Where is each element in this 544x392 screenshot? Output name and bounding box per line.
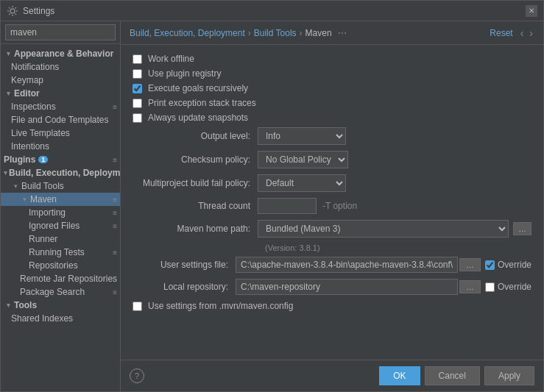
t-option-label: -T option bbox=[322, 201, 357, 211]
settings-content: Work offline Use plugin registry Execute… bbox=[121, 45, 543, 360]
multiproject-fail-control: Default At End Never Fast bbox=[258, 174, 531, 192]
help-button[interactable]: ? bbox=[130, 368, 144, 383]
sidebar-item-build-tools[interactable]: ▾ Build Tools bbox=[1, 179, 120, 193]
output-level-control: Info Debug Warn Error bbox=[258, 127, 531, 145]
sidebar-item-build-execution[interactable]: ▾ Build, Execution, Deployment bbox=[1, 166, 120, 179]
gear-icon: ≡ bbox=[113, 209, 117, 217]
sidebar-item-keymap[interactable]: Keymap bbox=[1, 74, 120, 87]
use-plugin-registry-row: Use plugin registry bbox=[133, 68, 531, 79]
checksum-policy-control: No Global Policy Strict Lax Ignore bbox=[258, 151, 531, 168]
work-offline-row: Work offline bbox=[133, 54, 531, 64]
output-level-select[interactable]: Info Debug Warn Error bbox=[258, 127, 346, 145]
multiproject-fail-label: Multiproject build fail policy: bbox=[133, 178, 258, 188]
print-exceptions-checkbox[interactable] bbox=[133, 99, 142, 108]
sidebar-item-notifications[interactable]: Notifications bbox=[1, 60, 120, 74]
sidebar-item-editor[interactable]: ▾ Editor bbox=[1, 87, 120, 100]
arrow-icon: ▾ bbox=[4, 49, 13, 58]
print-exceptions-label: Print exception stack traces bbox=[148, 98, 256, 108]
user-settings-row: User settings file: … Override bbox=[133, 257, 531, 273]
always-update-checkbox[interactable] bbox=[133, 113, 142, 123]
ok-button[interactable]: OK bbox=[379, 366, 420, 385]
sidebar-item-running-tests[interactable]: Running Tests ≡ bbox=[1, 246, 120, 259]
local-repo-override-label: Override bbox=[498, 282, 531, 292]
thread-count-control: -T option bbox=[258, 198, 531, 214]
nav-forward-button[interactable]: › bbox=[528, 27, 534, 39]
user-settings-input[interactable] bbox=[236, 257, 458, 273]
svg-point-0 bbox=[10, 9, 15, 13]
checksum-policy-select[interactable]: No Global Policy Strict Lax Ignore bbox=[258, 151, 348, 168]
multiproject-fail-select[interactable]: Default At End Never Fast bbox=[258, 174, 346, 192]
cancel-button[interactable]: Cancel bbox=[425, 366, 480, 385]
gear-icon: ≡ bbox=[113, 196, 117, 204]
gear-icon: ≡ bbox=[113, 222, 117, 230]
sidebar-item-intentions[interactable]: Intentions bbox=[1, 140, 120, 153]
sidebar-item-importing[interactable]: Importing ≡ bbox=[1, 206, 120, 219]
user-settings-label: User settings file: bbox=[133, 260, 236, 270]
user-settings-override: Override bbox=[485, 260, 531, 270]
use-mvn-settings-checkbox[interactable] bbox=[133, 302, 142, 311]
user-settings-browse-button[interactable]: … bbox=[459, 258, 481, 271]
use-plugin-registry-label: Use plugin registry bbox=[148, 68, 221, 79]
print-exceptions-row: Print exception stack traces bbox=[133, 98, 531, 108]
sidebar: ▾ Appearance & Behavior Notifications Ke… bbox=[1, 21, 121, 391]
work-offline-label: Work offline bbox=[148, 54, 194, 64]
checksum-policy-label: Checksum policy: bbox=[133, 154, 258, 165]
always-update-label: Always update snapshots bbox=[148, 113, 248, 123]
sidebar-item-plugins[interactable]: Plugins 1 ≡ bbox=[1, 153, 120, 166]
maven-version-text: (Version: 3.8.1) bbox=[133, 243, 531, 252]
arrow-icon: ▾ bbox=[11, 182, 20, 190]
sidebar-item-repositories[interactable]: Repositories bbox=[1, 259, 120, 272]
plugins-badge: 1 bbox=[38, 156, 48, 163]
close-button[interactable]: ✕ bbox=[526, 5, 537, 17]
arrow-icon: ▾ bbox=[20, 195, 29, 204]
nav-back-button[interactable]: ‹ bbox=[519, 27, 526, 39]
sidebar-item-maven[interactable]: ▾ Maven ≡ bbox=[1, 193, 120, 206]
user-settings-override-label: Override bbox=[498, 260, 531, 270]
sidebar-item-live-templates[interactable]: Live Templates bbox=[1, 126, 120, 140]
breadcrumb-more-icon[interactable]: ⋯ bbox=[338, 28, 347, 38]
maven-home-select[interactable]: Bundled (Maven 3) bbox=[258, 220, 509, 238]
sidebar-item-file-code-templates[interactable]: File and Code Templates bbox=[1, 113, 120, 126]
use-plugin-registry-checkbox[interactable] bbox=[133, 69, 142, 79]
output-level-label: Output level: bbox=[133, 131, 258, 141]
local-repo-row: Local repository: … Override bbox=[133, 279, 531, 295]
sidebar-item-package-search[interactable]: Package Search ≡ bbox=[1, 285, 120, 299]
search-input[interactable] bbox=[5, 24, 116, 40]
execute-goals-label: Execute goals recursively bbox=[148, 83, 248, 93]
breadcrumb-build-tools[interactable]: Build Tools bbox=[254, 28, 297, 38]
gear-icon: ≡ bbox=[113, 288, 117, 296]
thread-count-row: Thread count -T option bbox=[133, 198, 531, 214]
sidebar-item-inspections[interactable]: Inspections ≡ bbox=[1, 100, 120, 113]
reset-button[interactable]: Reset bbox=[490, 28, 512, 38]
checksum-policy-row: Checksum policy: No Global Policy Strict… bbox=[133, 151, 531, 168]
local-repo-browse-button[interactable]: … bbox=[459, 280, 481, 293]
maven-home-label: Maven home path: bbox=[133, 224, 258, 234]
thread-count-input[interactable] bbox=[258, 198, 317, 214]
title-bar: Settings ✕ bbox=[1, 1, 543, 21]
multiproject-fail-row: Multiproject build fail policy: Default … bbox=[133, 174, 531, 192]
output-level-row: Output level: Info Debug Warn Error bbox=[133, 127, 531, 145]
sidebar-item-appearance-behavior[interactable]: ▾ Appearance & Behavior bbox=[1, 47, 120, 60]
local-repo-override-checkbox[interactable] bbox=[485, 282, 495, 292]
search-box bbox=[1, 21, 120, 44]
breadcrumb-bar: Build, Execution, Deployment › Build Too… bbox=[121, 21, 543, 45]
local-repo-input[interactable] bbox=[236, 279, 458, 295]
sidebar-tree: ▾ Appearance & Behavior Notifications Ke… bbox=[1, 44, 120, 391]
sidebar-item-runner[interactable]: Runner bbox=[1, 232, 120, 246]
sidebar-item-shared-indexes[interactable]: Shared Indexes bbox=[1, 312, 120, 325]
local-repo-label: Local repository: bbox=[133, 282, 236, 292]
execute-goals-checkbox[interactable] bbox=[133, 84, 142, 93]
local-repo-override: Override bbox=[485, 282, 531, 292]
apply-button[interactable]: Apply bbox=[484, 366, 534, 385]
maven-home-browse-button[interactable]: … bbox=[513, 222, 531, 235]
sidebar-item-tools[interactable]: ▾ Tools bbox=[1, 299, 120, 312]
arrow-icon: ▾ bbox=[4, 301, 13, 310]
maven-home-row: Maven home path: Bundled (Maven 3) … bbox=[133, 220, 531, 238]
settings-window: Settings ✕ ▾ Appearance & Behavior Notif… bbox=[0, 0, 544, 392]
work-offline-checkbox[interactable] bbox=[133, 54, 142, 64]
user-settings-override-checkbox[interactable] bbox=[485, 260, 495, 270]
use-mvn-settings-row: Use settings from .mvn/maven.config bbox=[133, 301, 531, 311]
breadcrumb-build-execution[interactable]: Build, Execution, Deployment bbox=[130, 28, 245, 38]
sidebar-item-remote-jar-repos[interactable]: Remote Jar Repositories bbox=[1, 272, 120, 285]
sidebar-item-ignored-files[interactable]: Ignored Files ≡ bbox=[1, 219, 120, 232]
